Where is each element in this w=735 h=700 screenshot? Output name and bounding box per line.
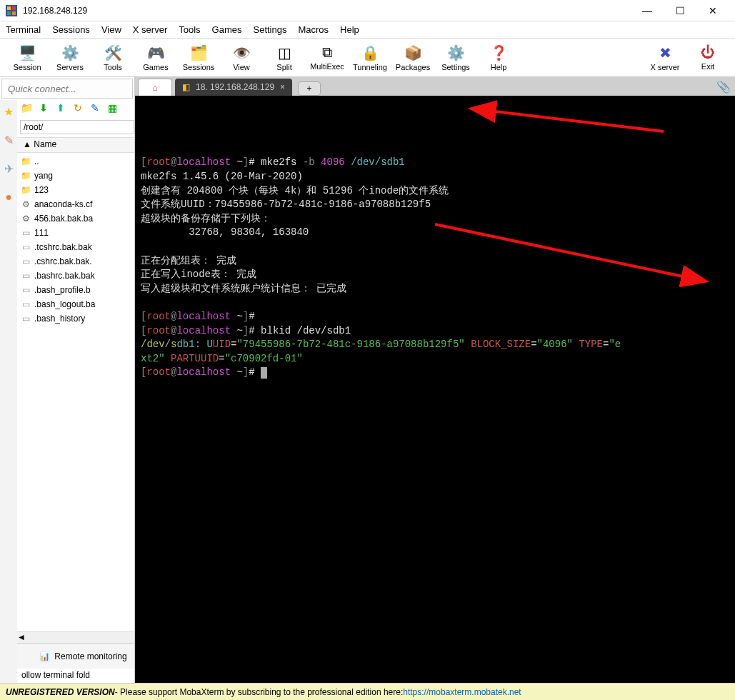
exit-icon: ⏻ — [701, 44, 715, 61]
file-list-header[interactable]: ▲ Name — [17, 137, 134, 153]
packages-button[interactable]: 📦Packages — [391, 40, 434, 76]
file-name: .tcshrc.bak.bak — [34, 242, 92, 252]
left-panel: ★✎✈● 📁⬇⬆↻✎▦ ✔ ▲ Name 📁..📁yang📁123⚙anacon… — [0, 77, 135, 683]
xserver-icon: ✖ — [659, 44, 671, 61]
tab-active[interactable]: ◧ 18. 192.168.248.129 × — [175, 79, 292, 96]
help-label: Help — [491, 63, 507, 71]
h-scrollbar[interactable]: ◄► — [17, 631, 134, 643]
file-name: yang — [34, 171, 53, 181]
file-item[interactable]: ▭111 — [20, 226, 134, 240]
side-toolbar: 📁⬇⬆↻✎▦ — [17, 100, 134, 117]
terminal-line — [141, 240, 729, 254]
tunneling-button[interactable]: 🔒Tunneling — [349, 40, 391, 76]
folder-icon: 📁 — [20, 156, 31, 166]
folder-icon: 📁 — [20, 185, 31, 195]
add-tab-button[interactable]: + — [298, 81, 321, 96]
menu-help[interactable]: Help — [340, 24, 359, 35]
terminal-line: [root@localhost ~]# — [141, 366, 729, 380]
settings-icon: ⚙️ — [447, 44, 465, 61]
file-item[interactable]: ▭.cshrc.bak.bak. — [20, 254, 134, 269]
terminal-line: [root@localhost ~]# blkid /dev/sdb1 — [141, 324, 729, 339]
file-item[interactable]: ⚙456.bak.bak.ba — [20, 211, 134, 226]
remote-monitoring-button[interactable]: 📊 Remote monitoring — [17, 643, 134, 669]
sftp-download-button[interactable]: ⬇ — [37, 102, 50, 115]
packages-icon: 📦 — [404, 44, 422, 61]
tools-button[interactable]: 🛠️Tools — [91, 40, 134, 76]
window-title: 192.168.248.129 — [23, 6, 631, 16]
file-name: .bash_logout.ba — [34, 299, 95, 309]
terminal-line: 创建含有 204800 个块（每块 4k）和 51296 个inode的文件系统 — [141, 184, 729, 199]
close-button[interactable]: ✕ — [696, 0, 729, 21]
settings-button[interactable]: ⚙️Settings — [434, 40, 477, 76]
quick-connect-input[interactable] — [1, 79, 133, 99]
sftp-grid-button[interactable]: ▦ — [106, 102, 119, 115]
monitor-icon: 📊 — [39, 651, 50, 661]
view-icon: 👁️ — [233, 44, 251, 61]
menu-x-server[interactable]: X server — [133, 24, 167, 35]
session-icon: 🖥️ — [19, 44, 36, 61]
servers-button[interactable]: ⚙️Servers — [49, 40, 91, 76]
side-tab-send[interactable]: ✈ — [0, 160, 17, 177]
terminal-line: [root@localhost ~]# — [141, 310, 729, 324]
split-button[interactable]: ◫Split — [263, 40, 306, 76]
file-icon: ▭ — [20, 242, 31, 252]
file-icon: ▭ — [20, 314, 31, 324]
sessions-button[interactable]: 🗂️Sessions — [177, 40, 220, 76]
attach-icon[interactable]: 📎 — [716, 80, 731, 94]
exit-button[interactable]: ⏻Exit — [686, 40, 729, 76]
split-icon: ◫ — [278, 44, 291, 61]
terminal-line — [141, 296, 729, 310]
terminal-line: [root@localhost ~]# mke2fs -b 4096 /dev/… — [141, 156, 729, 170]
file-item[interactable]: ▭.bash_history — [20, 311, 134, 326]
tab-close-button[interactable]: × — [280, 82, 285, 92]
footer-link[interactable]: https://mobaxterm.mobatek.net — [403, 687, 521, 697]
side-tab-favorites[interactable]: ★ — [0, 103, 17, 120]
side-tab-globe[interactable]: ● — [0, 189, 17, 206]
file-item[interactable]: ▭.bash_logout.ba — [20, 297, 134, 311]
packages-label: Packages — [396, 63, 430, 71]
file-item[interactable]: 📁123 — [20, 183, 134, 197]
menu-tools[interactable]: Tools — [179, 24, 200, 35]
file-item[interactable]: 📁.. — [20, 154, 134, 169]
sftp-refresh-button[interactable]: ↻ — [71, 102, 84, 115]
tools-label: Tools — [104, 63, 122, 71]
file-item[interactable]: ▭.tcshrc.bak.bak — [20, 240, 134, 254]
app-icon — [6, 5, 17, 16]
home-tab[interactable]: ⌂ — [138, 79, 172, 96]
terminal-area: ⌂ ◧ 18. 192.168.248.129 × + 📎 [root@loca… — [135, 77, 735, 683]
path-input[interactable] — [20, 120, 134, 134]
games-button[interactable]: 🎮Games — [134, 40, 177, 76]
sftp-edit-button[interactable]: ✎ — [89, 102, 101, 115]
help-button[interactable]: ❓Help — [477, 40, 520, 76]
menu-terminal[interactable]: Terminal — [6, 24, 41, 35]
menu-settings[interactable]: Settings — [254, 24, 287, 35]
sftp-folder-button[interactable]: 📁 — [20, 102, 33, 115]
xserver-button[interactable]: ✖X server — [644, 40, 686, 76]
minimize-button[interactable]: — — [631, 0, 664, 21]
file-icon: ▭ — [20, 256, 31, 266]
titlebar: 192.168.248.129 — ☐ ✕ — [0, 0, 735, 21]
maximize-button[interactable]: ☐ — [664, 0, 696, 21]
menu-view[interactable]: View — [101, 24, 121, 35]
file-item[interactable]: ▭.bashrc.bak.bak — [20, 269, 134, 283]
side-tab-edit[interactable]: ✎ — [0, 131, 17, 149]
menu-macros[interactable]: Macros — [298, 24, 329, 35]
menu-games[interactable]: Games — [212, 24, 242, 35]
multiexec-button[interactable]: ⧉MultiExec — [306, 40, 349, 76]
terminal[interactable]: [root@localhost ~]# mke2fs -b 4096 /dev/… — [135, 96, 735, 683]
svg-rect-3 — [7, 11, 11, 15]
gear-icon: ⚙ — [20, 214, 31, 224]
file-name: .bash_profile.b — [34, 285, 91, 295]
file-item[interactable]: 📁yang — [20, 169, 134, 183]
sftp-upload-button[interactable]: ⬆ — [54, 102, 67, 115]
file-name: 123 — [34, 185, 49, 195]
file-icon: ▭ — [20, 228, 31, 238]
multiexec-label: MultiExec — [310, 62, 344, 71]
file-item[interactable]: ⚙anaconda-ks.cf — [20, 197, 134, 211]
file-name: .cshrc.bak.bak. — [34, 256, 92, 266]
view-button[interactable]: 👁️View — [220, 40, 263, 76]
session-button[interactable]: 🖥️Session — [6, 40, 49, 76]
menu-sessions[interactable]: Sessions — [52, 24, 90, 35]
file-item[interactable]: ▭.bash_profile.b — [20, 283, 134, 297]
follow-terminal-option[interactable]: ollow terminal fold — [17, 669, 134, 683]
